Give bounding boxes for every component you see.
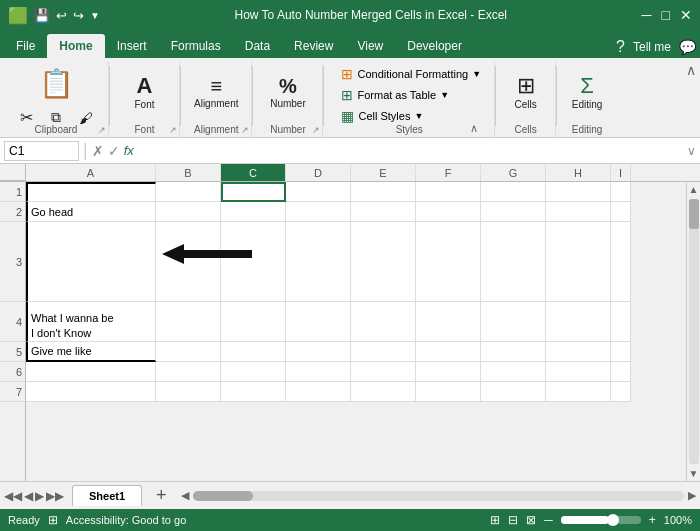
cell-styles-button[interactable]: ▦ Cell Styles ▼ [336,106,428,126]
sheet-nav-next[interactable]: ▶ [35,489,44,503]
scroll-up-btn[interactable]: ▲ [687,182,700,197]
clipboard-expand[interactable]: ↗ [98,125,106,135]
alignment-button[interactable]: ≡ Alignment [189,73,243,112]
col-header-i[interactable]: I [611,164,631,181]
cell-d7[interactable] [286,382,351,402]
cell-c7[interactable] [221,382,286,402]
cell-h2[interactable] [546,202,611,222]
cell-a3[interactable] [26,222,156,302]
cell-g2[interactable] [481,202,546,222]
close-btn[interactable]: ✕ [680,7,692,23]
zoom-slider-thumb[interactable] [607,514,619,526]
col-header-d[interactable]: D [286,164,351,181]
minimize-btn[interactable]: ─ [642,7,652,23]
cell-b2[interactable] [156,202,221,222]
cell-c2[interactable] [221,202,286,222]
cell-a5[interactable]: Give me like [26,342,156,362]
cell-b4[interactable] [156,302,221,342]
cell-e7[interactable] [351,382,416,402]
cell-g4[interactable] [481,302,546,342]
cell-a6[interactable] [26,362,156,382]
quick-access-undo[interactable]: ↩ [56,8,67,23]
cell-f1[interactable] [416,182,481,202]
cell-e3[interactable] [351,222,416,302]
quick-access-dropdown[interactable]: ▼ [90,10,100,21]
scroll-thumb[interactable] [689,199,699,229]
cancel-formula-btn[interactable]: ✗ [92,143,104,159]
cell-f3[interactable] [416,222,481,302]
cell-e5[interactable] [351,342,416,362]
cell-g1[interactable] [481,182,546,202]
share-icon[interactable]: 💬 [679,39,696,55]
conditional-formatting-button[interactable]: ⊞ Conditional Formatting ▼ [336,64,486,84]
row-header-1[interactable]: 1 [0,182,25,202]
cell-a7[interactable] [26,382,156,402]
sheet-nav-prev[interactable]: ◀ [24,489,33,503]
cell-i6[interactable] [611,362,631,382]
cell-e6[interactable] [351,362,416,382]
cell-f7[interactable] [416,382,481,402]
cell-h4[interactable] [546,302,611,342]
cell-e1[interactable] [351,182,416,202]
cell-i1[interactable] [611,182,631,202]
cell-f4[interactable] [416,302,481,342]
col-header-f[interactable]: F [416,164,481,181]
tab-data[interactable]: Data [233,34,282,58]
view-normal-icon[interactable]: ⊞ [490,513,500,527]
confirm-formula-btn[interactable]: ✓ [108,143,120,159]
cell-e2[interactable] [351,202,416,222]
tab-view[interactable]: View [345,34,395,58]
scroll-down-btn[interactable]: ▼ [687,466,700,481]
tab-developer[interactable]: Developer [395,34,474,58]
zoom-in-btn[interactable]: + [649,513,656,527]
tab-home[interactable]: Home [47,34,104,58]
zoom-slider[interactable] [561,516,641,524]
cells-button[interactable]: ⊞ Cells [508,72,544,113]
ribbon-collapse-btn[interactable]: ∧ [686,62,696,78]
row-header-4[interactable]: 4 [0,302,25,342]
sheet-nav-last[interactable]: ▶▶ [46,489,64,503]
quick-access-redo[interactable]: ↪ [73,8,84,23]
cell-a1[interactable] [26,182,156,202]
quick-access-save[interactable]: 💾 [34,8,50,23]
row-header-3[interactable]: 3 [0,222,25,302]
editing-button[interactable]: Σ Editing [567,72,608,113]
add-sheet-btn[interactable]: + [146,483,177,508]
cell-g3[interactable] [481,222,546,302]
col-header-a[interactable]: A [26,164,156,181]
cell-b7[interactable] [156,382,221,402]
font-expand[interactable]: ↗ [169,125,177,135]
cell-h1[interactable] [546,182,611,202]
cell-b1[interactable] [156,182,221,202]
tab-formulas[interactable]: Formulas [159,34,233,58]
cell-d2[interactable] [286,202,351,222]
zoom-out-btn[interactable]: ─ [544,513,553,527]
sheet-nav-first[interactable]: ◀◀ [4,489,22,503]
col-header-g[interactable]: G [481,164,546,181]
col-header-h[interactable]: H [546,164,611,181]
cell-d1[interactable] [286,182,351,202]
cell-d3[interactable] [286,222,351,302]
tell-me-input[interactable]: Tell me [633,40,671,54]
cell-f6[interactable] [416,362,481,382]
cell-g5[interactable] [481,342,546,362]
cell-i5[interactable] [611,342,631,362]
cell-f2[interactable] [416,202,481,222]
view-layout-icon[interactable]: ⊟ [508,513,518,527]
cell-h7[interactable] [546,382,611,402]
formula-expand-icon[interactable]: ∨ [687,144,696,158]
number-button[interactable]: % Number [265,73,311,112]
cell-g7[interactable] [481,382,546,402]
cell-g6[interactable] [481,362,546,382]
cell-f5[interactable] [416,342,481,362]
restore-btn[interactable]: □ [662,7,670,23]
cell-a2[interactable]: Go head [26,202,156,222]
cell-c1[interactable] [221,182,286,202]
cell-i7[interactable] [611,382,631,402]
formula-input[interactable] [138,144,683,158]
row-header-2[interactable]: 2 [0,202,25,222]
cell-b6[interactable] [156,362,221,382]
cell-d4[interactable] [286,302,351,342]
cell-i4[interactable] [611,302,631,342]
cell-d5[interactable] [286,342,351,362]
